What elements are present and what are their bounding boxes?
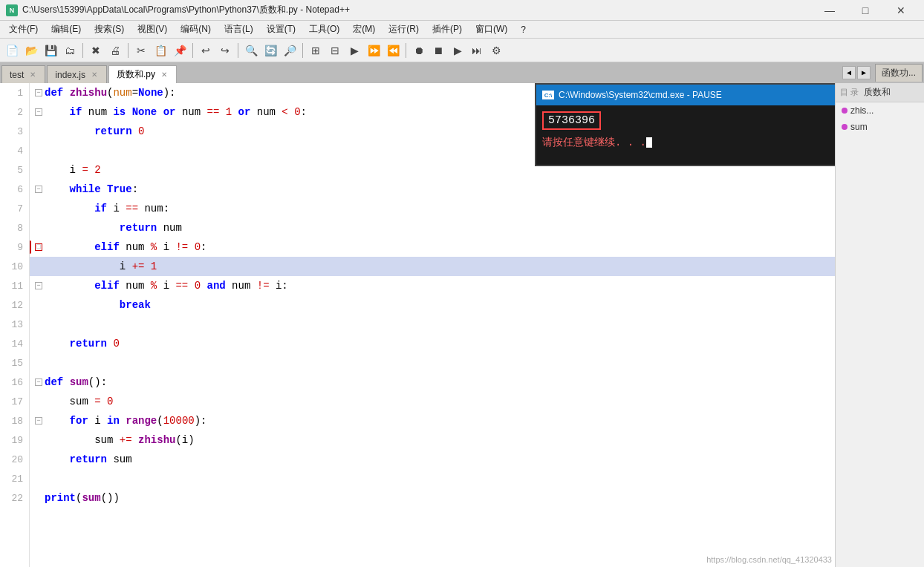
menu-language[interactable]: 语言(L) [218, 22, 259, 38]
line-num-6: 6 [0, 180, 29, 199]
cmd-pause-text: 请按任意键继续. . . [542, 136, 835, 149]
toolbar-sep5 [302, 43, 303, 58]
menu-help[interactable]: ? [515, 22, 532, 38]
window-title: C:\Users\15399\AppData\Local\Programs\Py… [22, 4, 813, 16]
fold-1[interactable]: − [33, 89, 45, 96]
tab-test[interactable]: test ✕ [1, 65, 45, 83]
toolbar-print[interactable]: 🖨 [106, 42, 124, 59]
cmd-titlebar: C:\ C:\Windows\System32\cmd.exe - PAUSE [536, 85, 835, 105]
toolbar-sep2 [128, 43, 128, 58]
sidebar-header: 目 录 质数和 [836, 83, 924, 102]
tab-zhishu[interactable]: 质数和.py ✕ [108, 65, 177, 83]
toolbar-open[interactable]: 📂 [22, 42, 40, 59]
tab-bar: test ✕ index.js ✕ 质数和.py ✕ ◀ ▶ 函数功... [0, 62, 924, 83]
toolbar-new[interactable]: 📄 [3, 42, 21, 59]
tab-indexjs[interactable]: index.js ✕ [47, 65, 107, 83]
toolbar-run2[interactable]: ⏭ [468, 42, 486, 59]
toolbar-extra[interactable]: ⚙ [487, 42, 505, 59]
cmd-cursor [646, 137, 652, 148]
tab-indexjs-close[interactable]: ✕ [90, 70, 99, 79]
main-area: 1 2 3 4 5 6 7 8 9 10 11 12 13 14 15 16 1… [0, 83, 924, 567]
tab-next-button[interactable]: ▶ [857, 66, 871, 79]
toolbar-b1[interactable]: ⊞ [307, 42, 325, 59]
right-panel-tab-functions[interactable]: 函数功... [875, 64, 923, 82]
tab-prev-button[interactable]: ◀ [842, 66, 856, 79]
toolbar-zoom-in[interactable]: 🔎 [281, 42, 299, 59]
line-num-8: 8 [0, 218, 29, 237]
code-line-17: sum = 0 [30, 392, 835, 411]
toolbar-replace[interactable]: 🔄 [261, 42, 279, 59]
sidebar-item-sum[interactable]: sum [836, 119, 924, 135]
code-line-12: break [30, 295, 835, 315]
toolbar-close[interactable]: ✖ [87, 42, 105, 59]
line-num-14: 14 [0, 334, 29, 353]
toolbar-play[interactable]: ▶ [449, 42, 466, 59]
line-numbers: 1 2 3 4 5 6 7 8 9 10 11 12 13 14 15 16 1… [0, 83, 30, 567]
code-line-20: return sum [30, 450, 835, 469]
sidebar-title: 质数和 [864, 87, 891, 97]
sidebar-dot-zhishu [842, 108, 847, 114]
sidebar-item-zhishu[interactable]: zhis... [836, 102, 924, 119]
toolbar-sep3 [192, 43, 193, 58]
tab-navigation: ◀ ▶ 函数功... [842, 64, 923, 83]
menu-plugins[interactable]: 插件(P) [426, 22, 468, 38]
menu-tools[interactable]: 工具(O) [303, 22, 345, 38]
toolbar-save-all[interactable]: 🗂 [61, 42, 79, 59]
kw-none-1: None [138, 87, 163, 99]
fold-6[interactable]: − [33, 186, 45, 193]
close-button[interactable]: ✕ [884, 0, 918, 21]
fold-18[interactable]: − [33, 417, 45, 425]
menu-file[interactable]: 文件(F) [3, 22, 44, 38]
toolbar-paste[interactable]: 📌 [171, 42, 189, 59]
toolbar-b2[interactable]: ⊟ [326, 42, 344, 59]
sidebar-dot-sum [842, 124, 847, 130]
code-line-22: print(sum()) [30, 488, 835, 508]
kw-def-1: def [45, 87, 63, 99]
menu-view[interactable]: 视图(V) [131, 22, 173, 38]
menu-edit[interactable]: 编辑(E) [45, 22, 87, 38]
fold-16[interactable]: − [33, 378, 45, 386]
toolbar-redo[interactable]: ↪ [216, 42, 234, 59]
kw-return-3: return [94, 125, 131, 137]
kw-def-16: def [45, 376, 63, 388]
toolbar-find[interactable]: 🔍 [242, 42, 260, 59]
line-num-15: 15 [0, 353, 29, 373]
tab-zhishu-close[interactable]: ✕ [160, 70, 169, 79]
menu-encode[interactable]: 编码(N) [175, 22, 217, 38]
fn-sum: sum [70, 376, 88, 388]
code-editor: 1 2 3 4 5 6 7 8 9 10 11 12 13 14 15 16 1… [0, 83, 835, 567]
fold-9[interactable]: □ [33, 243, 45, 251]
cmd-icon: C:\ [542, 91, 554, 99]
toolbar-save[interactable]: 💾 [42, 42, 59, 59]
toolbar-rec[interactable]: ⏺ [410, 42, 428, 59]
tab-indexjs-label: index.js [55, 70, 85, 80]
kw-return-20: return [70, 453, 107, 465]
menu-run[interactable]: 运行(R) [383, 22, 425, 38]
toolbar-stop[interactable]: ⏹ [429, 42, 447, 59]
line-num-1: 1 [0, 83, 29, 102]
toolbar-b3[interactable]: ▶ [345, 42, 363, 59]
toolbar-b4[interactable]: ⏩ [365, 42, 383, 59]
cmd-window[interactable]: C:\ C:\Windows\System32\cmd.exe - PAUSE … [535, 83, 835, 166]
fn-sum-call: sum [82, 492, 100, 504]
app-icon: N [6, 4, 18, 16]
toolbar-cut[interactable]: ✂ [132, 42, 150, 59]
menu-window[interactable]: 窗口(W) [469, 22, 513, 38]
toolbar-copy[interactable]: 📋 [152, 42, 169, 59]
maximize-button[interactable]: □ [848, 0, 882, 21]
tab-test-close[interactable]: ✕ [28, 70, 37, 79]
line-num-4: 4 [0, 141, 29, 160]
fold-2[interactable]: − [33, 108, 45, 116]
code-content[interactable]: − def zhishu(num=None): − if num is None… [30, 83, 835, 567]
toolbar-undo[interactable]: ↩ [197, 42, 215, 59]
right-sidebar: 目 录 质数和 zhis... sum [835, 83, 924, 567]
toolbar-b5[interactable]: ⏪ [384, 42, 402, 59]
code-line-16: − def sum(): [30, 373, 835, 392]
fold-11[interactable]: − [33, 282, 45, 289]
menu-settings[interactable]: 设置(T) [261, 22, 302, 38]
code-line-19: sum += zhishu(i) [30, 430, 835, 450]
menu-macro[interactable]: 宏(M) [347, 22, 381, 38]
kw-or-2b: or [238, 106, 251, 118]
minimize-button[interactable]: — [813, 0, 847, 21]
menu-search[interactable]: 搜索(S) [88, 22, 130, 38]
